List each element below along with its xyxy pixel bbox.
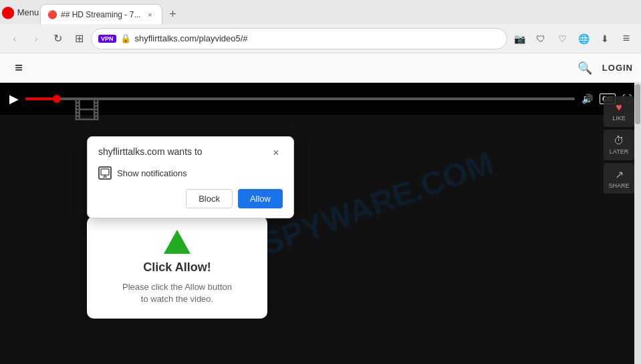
nav-right-buttons: 📷 🛡 ♡ 🌐 ⬇ ≡ [510, 29, 636, 48]
click-allow-card: Click Allow! Please click the Allow butt… [87, 216, 267, 319]
vpn-badge: VPN [98, 35, 116, 43]
share-button[interactable]: ↗ SHARE [604, 163, 634, 194]
shield-icon-button[interactable]: 🛡 [531, 29, 550, 48]
opera-menu-button[interactable]: ⬤ Menu [0, 0, 40, 24]
notification-icon [98, 166, 112, 180]
lock-icon: 🔒 [120, 33, 131, 43]
active-tab[interactable]: 🔴 ## HD Streaming - 7... × [40, 4, 162, 24]
scrollbar-thumb[interactable] [635, 84, 640, 124]
new-tab-button[interactable]: + [162, 4, 182, 24]
tab-close-button[interactable]: × [144, 9, 155, 20]
menu-label: Menu [17, 7, 39, 17]
tab-bar: ⬤ Menu 🔴 ## HD Streaming - 7... × + [0, 0, 641, 24]
progress-fill [25, 98, 53, 100]
address-text: shyflirttalks.com/playvideo5/# [135, 33, 500, 43]
later-label: LATER [610, 148, 628, 155]
camera-icon-button[interactable]: 📷 [510, 29, 529, 48]
reload-button[interactable]: ↻ [48, 29, 67, 48]
popup-description: Show notifications [117, 168, 187, 178]
menu-icon-button[interactable]: ≡ [617, 29, 636, 48]
wallet-icon-button[interactable]: 🌐 [574, 29, 593, 48]
volume-icon[interactable]: 🔊 [582, 94, 593, 104]
content-area: MYANTISPYWARE.COM 🎞 Can't play this vide… [0, 83, 641, 364]
arrow-up-icon [164, 230, 190, 254]
grid-button[interactable]: ⊞ [70, 29, 88, 48]
like-label: LIKE [612, 115, 626, 122]
popup-close-button[interactable]: × [269, 146, 283, 160]
click-allow-title: Click Allow! [100, 260, 254, 275]
forward-button[interactable]: › [27, 29, 45, 48]
block-button[interactable]: Block [186, 189, 233, 208]
scrollbar[interactable] [634, 83, 641, 364]
download-icon-button[interactable]: ⬇ [596, 29, 614, 48]
address-bar[interactable]: VPN 🔒 shyflirttalks.com/playvideo5/# [91, 28, 507, 49]
browser-frame: ⬤ Menu 🔴 ## HD Streaming - 7... × + ‹ › … [0, 0, 641, 364]
search-button[interactable]: 🔍 [574, 57, 596, 79]
progress-bar[interactable] [25, 98, 575, 100]
page-toolbar: ≡ 🔍 LOGIN [0, 53, 641, 83]
popup-content: Show notifications [98, 166, 283, 180]
play-button[interactable]: ▶ [9, 92, 19, 106]
click-allow-description: Please click the Allow button to watch t… [100, 281, 254, 305]
back-button[interactable]: ‹ [5, 29, 24, 48]
notification-popup: shyflirttalks.com wants to × Show notifi… [87, 136, 294, 218]
login-button[interactable]: LOGIN [602, 63, 633, 73]
like-button[interactable]: ♥ LIKE [604, 96, 634, 127]
film-reel-icon: 🎞 [74, 96, 100, 126]
popup-title: shyflirttalks.com wants to [98, 146, 203, 157]
later-button[interactable]: ⏱ LATER [604, 130, 634, 160]
tab-favicon: 🔴 [47, 10, 57, 19]
sidebar-icons: ♥ LIKE ⏱ LATER ↗ SHARE [604, 96, 634, 194]
tab-title: ## HD Streaming - 7... [61, 10, 140, 19]
share-icon: ↗ [615, 168, 624, 181]
nav-bar: ‹ › ↻ ⊞ VPN 🔒 shyflirttalks.com/playvide… [0, 24, 641, 53]
allow-button[interactable]: Allow [238, 189, 283, 208]
svg-rect-3 [101, 169, 109, 175]
popup-header: shyflirttalks.com wants to × [98, 146, 283, 160]
heart-icon: ♥ [616, 102, 622, 114]
opera-logo-icon: ⬤ [1, 5, 15, 19]
share-label: SHARE [608, 182, 629, 189]
heart-icon-button[interactable]: ♡ [553, 29, 571, 48]
progress-thumb [53, 95, 61, 103]
clock-icon: ⏱ [614, 135, 624, 147]
hamburger-menu-button[interactable]: ≡ [8, 57, 29, 79]
popup-actions: Block Allow [98, 189, 283, 208]
